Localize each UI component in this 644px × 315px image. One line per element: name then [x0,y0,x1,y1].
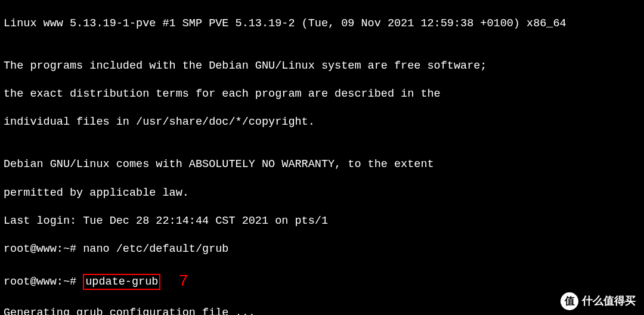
output-line: Generating grub configuration file ... [4,306,640,315]
last-login-line: Last login: Tue Dec 28 22:14:44 CST 2021… [4,214,640,228]
prompt: root@www:~# [4,276,83,288]
motd-line: The programs included with the Debian GN… [4,59,640,73]
highlighted-command: update-grub [83,274,160,291]
watermark: 值 什么值得买 [561,292,636,310]
motd-line: permitted by applicable law. [4,186,640,200]
motd-line: individual files in /usr/share/doc/*/cop… [4,115,640,129]
command-text: nano /etc/default/grub [83,243,228,255]
command-line: root@www:~# update-grub7 [4,271,640,292]
uname-line: Linux www 5.13.19-1-pve #1 SMP PVE 5.13.… [4,17,640,31]
motd-line: Debian GNU/Linux comes with ABSOLUTELY N… [4,158,640,172]
motd-line: the exact distribution terms for each pr… [4,87,640,101]
command-line: root@www:~# nano /etc/default/grub [4,242,640,257]
watermark-logo-icon: 值 [561,292,578,310]
prompt: root@www:~# [4,243,83,255]
watermark-text: 什么值得买 [582,294,636,308]
terminal-output[interactable]: Linux www 5.13.19-1-pve #1 SMP PVE 5.13.… [4,2,640,315]
annotation-7: 7 [178,271,188,292]
